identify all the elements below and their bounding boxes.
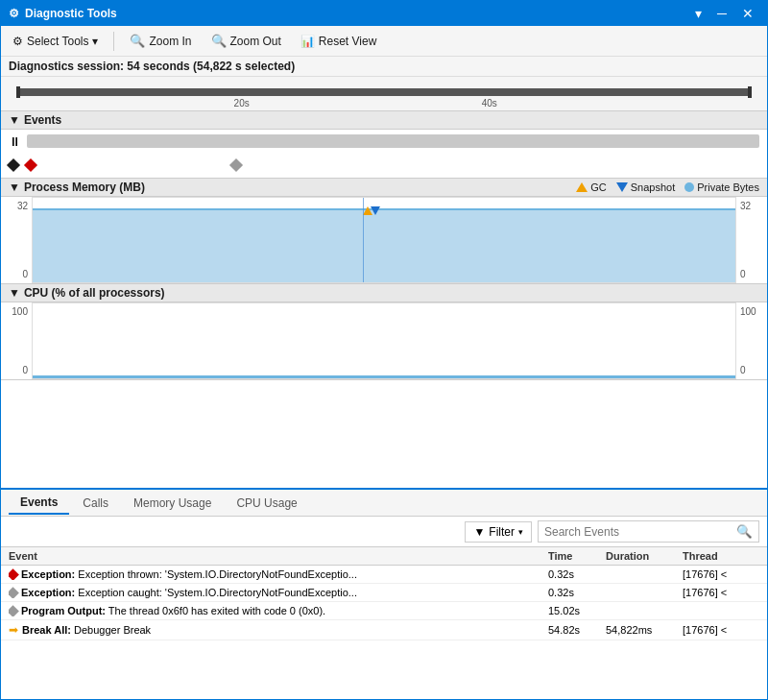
diagnostic-tools-window: ⚙ Diagnostic Tools ▾ ─ ✕ ⚙ Select Tools …	[0, 0, 768, 700]
memory-section-header: ▼ Process Memory (MB) GC Snapshot Privat…	[1, 179, 767, 197]
red-diamond-row-icon	[9, 568, 19, 580]
pin-button[interactable]: ▾	[689, 5, 708, 22]
event-time-3: 15.02s	[548, 605, 606, 616]
memory-y-right-top: 32	[740, 201, 751, 211]
reset-view-label: Reset View	[319, 35, 376, 48]
table-header: Event Time Duration Thread	[1, 547, 767, 566]
close-button[interactable]: ✕	[736, 5, 759, 22]
cpu-y-top: 100	[12, 306, 28, 317]
col-thread: Thread	[683, 550, 759, 562]
reset-icon: 📊	[300, 35, 315, 48]
memory-y-axis-left: 32 0	[1, 197, 32, 283]
pause-button[interactable]: ⏸	[9, 134, 21, 149]
zoom-in-label: Zoom In	[149, 35, 191, 48]
private-bytes-label: Private Bytes	[697, 181, 759, 193]
snapshot-marker	[371, 206, 380, 215]
timeline-inner: 20s 40s	[9, 79, 759, 110]
snapshot-legend: Snapshot	[616, 181, 675, 193]
memory-header-left: ▼ Process Memory (MB)	[9, 181, 145, 194]
timeline-handle-left[interactable]	[16, 86, 20, 98]
tab-memory-usage[interactable]: Memory Usage	[122, 493, 223, 514]
memory-chart: 32 0 32 0	[1, 197, 767, 283]
filter-row: ▼ Filter ▾ 🔍	[1, 517, 767, 547]
timeline-label-40: 40s	[482, 98, 497, 109]
window-icon: ⚙	[9, 7, 19, 20]
tab-calls[interactable]: Calls	[71, 493, 120, 514]
timeline-handle-right[interactable]	[748, 86, 752, 98]
window-title: Diagnostic Tools	[25, 7, 117, 20]
black-diamond-icon	[7, 158, 20, 172]
table-row[interactable]: ➡ Break All: Debugger Break 54.82s 54,82…	[1, 620, 767, 640]
cpu-chart-area	[32, 302, 736, 379]
cpu-section-header: ▼ CPU (% of all processors)	[1, 284, 767, 302]
zoom-out-label: Zoom Out	[230, 35, 281, 48]
filter-button[interactable]: ▼ Filter ▾	[465, 521, 532, 543]
event-thread-1: [17676] <	[683, 568, 759, 580]
dropdown-arrow-icon: ▾	[92, 35, 98, 48]
select-tools-button[interactable]: ⚙ Select Tools ▾	[9, 33, 102, 50]
reset-view-button[interactable]: 📊 Reset View	[297, 33, 380, 50]
minimize-button[interactable]: ─	[711, 5, 732, 22]
event-time-4: 54.82s	[548, 624, 606, 636]
cpu-line	[33, 375, 735, 378]
gray-diamond-icon	[229, 158, 243, 172]
snapshot-legend-icon	[616, 182, 628, 192]
memory-collapse-icon[interactable]: ▼	[9, 181, 20, 194]
gear-icon: ⚙	[12, 35, 23, 48]
filter-dropdown-icon: ▾	[518, 527, 523, 537]
memory-legend: GC Snapshot Private Bytes	[576, 181, 759, 193]
filter-label: Filter	[489, 525, 515, 539]
memory-fill	[33, 210, 735, 282]
search-button[interactable]: 🔍	[731, 521, 758, 542]
tabs-bar: Events Calls Memory Usage CPU Usage	[1, 490, 767, 517]
memory-line	[33, 208, 735, 210]
toolbar-separator-1	[113, 32, 114, 51]
toolbar: ⚙ Select Tools ▾ 🔍 Zoom In 🔍 Zoom Out 📊 …	[1, 26, 767, 57]
search-box: 🔍	[538, 520, 759, 543]
tab-cpu-usage[interactable]: CPU Usage	[225, 493, 308, 514]
memory-y-right-bottom: 0	[740, 269, 746, 279]
private-bytes-icon	[684, 182, 694, 192]
memory-y-axis-right: 32 0	[736, 197, 767, 283]
cpu-y-right-top: 100	[740, 306, 756, 317]
zoom-in-button[interactable]: 🔍 Zoom In	[126, 32, 195, 50]
event-cell-4: ➡ Break All: Debugger Break	[9, 623, 548, 637]
table-row[interactable]: Exception: Exception thrown: 'System.IO.…	[1, 566, 767, 584]
event-text-3: Program Output: The thread 0x6f0 has exi…	[21, 605, 325, 616]
cpu-y-axis-left: 100 0	[1, 302, 32, 379]
tab-events[interactable]: Events	[9, 492, 69, 515]
events-table: Exception: Exception thrown: 'System.IO.…	[1, 566, 767, 699]
charts-area: 20s 40s ▼ Events ⏸ ▼	[1, 77, 767, 488]
event-text-1: Exception: Exception thrown: 'System.IO.…	[21, 568, 357, 580]
event-duration-4: 54,822ms	[606, 624, 683, 636]
title-bar-right: ▾ ─ ✕	[689, 5, 759, 22]
session-bar: Diagnostics session: 54 seconds (54,822 …	[1, 57, 767, 77]
pause-bar	[27, 134, 759, 148]
event-text-4: Break All: Debugger Break	[22, 624, 151, 636]
event-text-2: Exception: Exception caught: 'System.IO.…	[21, 587, 357, 598]
events-collapse-icon[interactable]: ▼	[9, 113, 20, 127]
col-time: Time	[548, 550, 606, 562]
events-section: ▼ Events ⏸	[1, 111, 767, 179]
table-row[interactable]: Exception: Exception caught: 'System.IO.…	[1, 584, 767, 602]
zoom-out-button[interactable]: 🔍 Zoom Out	[207, 32, 285, 50]
cpu-section: ▼ CPU (% of all processors) 100 0 100 0	[1, 284, 767, 380]
session-label: Diagnostics session: 54 seconds (54,822 …	[9, 60, 295, 73]
memory-y-bottom: 0	[22, 269, 28, 279]
cpu-collapse-icon[interactable]: ▼	[9, 286, 20, 300]
col-duration: Duration	[606, 550, 683, 562]
table-row[interactable]: Program Output: The thread 0x6f0 has exi…	[1, 602, 767, 620]
event-thread-2: [17676] <	[683, 587, 759, 598]
event-thread-4: [17676] <	[683, 624, 759, 636]
event-cell-3: Program Output: The thread 0x6f0 has exi…	[9, 605, 548, 616]
filter-icon: ▼	[473, 525, 485, 539]
snapshot-legend-label: Snapshot	[631, 181, 675, 193]
gc-legend: GC	[576, 181, 607, 193]
memory-y-top: 32	[17, 201, 28, 211]
bottom-panel: Events Calls Memory Usage CPU Usage ▼ Fi…	[1, 488, 767, 699]
timeline: 20s 40s	[1, 77, 767, 111]
title-bar-left: ⚙ Diagnostic Tools	[9, 7, 117, 20]
search-input[interactable]	[539, 522, 731, 542]
gray-diamond-row-icon	[9, 587, 19, 598]
event-cell-1: Exception: Exception thrown: 'System.IO.…	[9, 568, 548, 580]
